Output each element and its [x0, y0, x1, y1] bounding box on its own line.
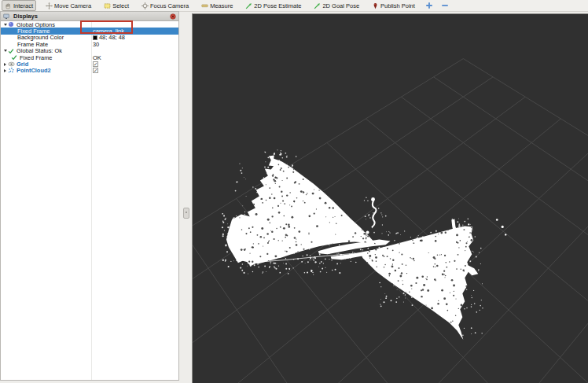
- tool-label: Select: [112, 2, 129, 9]
- check-icon: [8, 48, 16, 54]
- enabled-checkbox[interactable]: ✓: [93, 68, 98, 73]
- tool-label: Interact: [13, 2, 33, 9]
- pointcloud-icon: [8, 67, 16, 74]
- toolbar: InteractMove CameraSelectFocus CameraMea…: [0, 0, 588, 12]
- displays-panel: Displays Global OptionsFixed Framecamera…: [0, 11, 179, 381]
- panel-splitter-handle[interactable]: [183, 208, 189, 219]
- tool-label: Publish Point: [380, 2, 415, 9]
- tree-value[interactable]: OK: [93, 54, 101, 61]
- tree-value[interactable]: 30: [93, 41, 99, 47]
- 3d-viewport[interactable]: [192, 13, 588, 383]
- value-text: OK: [93, 54, 101, 61]
- tree-column-divider: [91, 20, 92, 380]
- focus-icon: [141, 2, 149, 9]
- move-icon: [46, 2, 53, 9]
- tool-measure[interactable]: Measure: [198, 0, 236, 11]
- displays-icon: [3, 13, 11, 20]
- tree-row-pointcloud2[interactable]: PointCloud2✓: [1, 68, 178, 74]
- annotation-highlight-box: [80, 20, 133, 34]
- color-swatch: [93, 35, 97, 40]
- tool-label: Move Camera: [54, 2, 91, 9]
- goal-arrow-icon: [314, 2, 321, 9]
- pin-icon: [372, 2, 379, 9]
- chevron-right-icon[interactable]: [2, 69, 8, 72]
- tool-label: Measure: [210, 2, 233, 9]
- tool-2d-goal-pose[interactable]: 2D Goal Pose: [311, 0, 362, 11]
- chevron-down-icon[interactable]: [2, 50, 8, 52]
- panel-title: Displays: [13, 13, 170, 20]
- tool-move-camera[interactable]: Move Camera: [42, 0, 94, 11]
- 3d-scene: [193, 14, 588, 383]
- tree-value[interactable]: ✓: [93, 68, 98, 74]
- enabled-checkbox[interactable]: ✓: [93, 61, 98, 67]
- value-text: 30: [93, 41, 99, 48]
- measure-icon: [201, 2, 208, 9]
- pose-arrow-icon: [245, 2, 252, 9]
- globe-icon: [8, 21, 16, 28]
- tool-label: 2D Goal Pose: [322, 2, 359, 9]
- tool-select[interactable]: Select: [101, 0, 132, 11]
- tool-focus-camera[interactable]: Focus Camera: [138, 0, 192, 11]
- tool-label: 2D Pose Estimate: [254, 2, 301, 9]
- value-text: 48; 48; 48: [99, 34, 125, 41]
- remove-tool-button[interactable]: [440, 2, 450, 9]
- close-icon: [170, 13, 176, 20]
- select-icon: [104, 2, 111, 9]
- tool-2d-pose-estimate[interactable]: 2D Pose Estimate: [242, 0, 304, 11]
- chevron-right-icon[interactable]: [2, 63, 8, 66]
- add-tool-button[interactable]: [424, 2, 434, 9]
- close-panel-button[interactable]: [170, 13, 176, 20]
- hand-icon: [5, 2, 12, 9]
- tool-interact[interactable]: Interact: [2, 0, 36, 11]
- tree-label: PointCloud2: [17, 67, 51, 74]
- check-icon: [11, 54, 19, 61]
- tool-publish-point[interactable]: Publish Point: [369, 0, 418, 11]
- tool-label: Focus Camera: [150, 2, 189, 9]
- chevron-down-icon[interactable]: [2, 24, 8, 26]
- tree-value[interactable]: ✓: [93, 61, 98, 67]
